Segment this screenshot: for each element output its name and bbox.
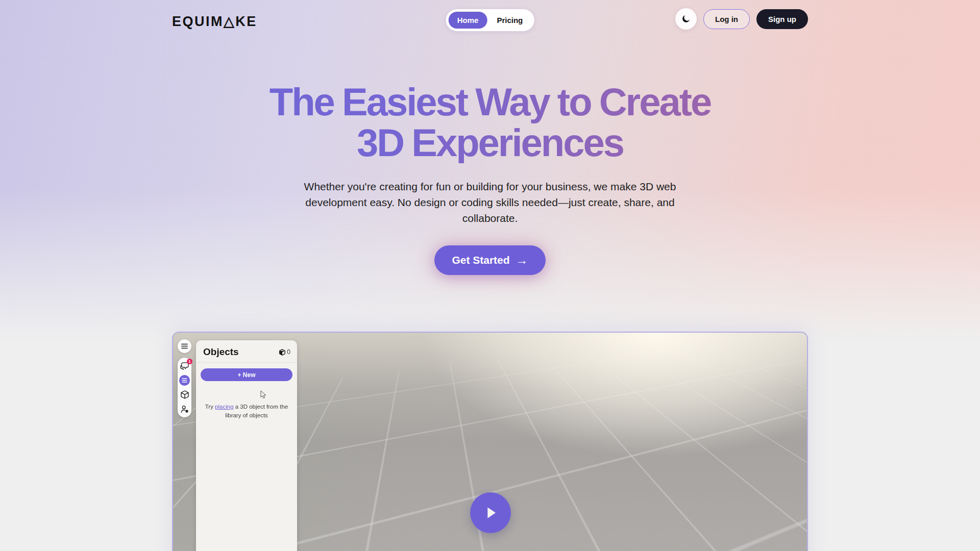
get-started-label: Get Started [452, 254, 509, 266]
hint-prefix: Try [205, 404, 215, 410]
app-preview-window: 1 Objects [172, 332, 808, 551]
objects-panel-header: Objects 0 [196, 340, 297, 363]
objects-panel-title: Objects [203, 346, 239, 358]
objects-panel: Objects 0 + New Try placing a 3D object … [196, 340, 297, 551]
list-icon [182, 378, 187, 383]
hero-title-line1: The Easiest Way to Create [270, 80, 711, 123]
notification-badge: 1 [187, 359, 192, 364]
library-button[interactable] [179, 389, 190, 400]
cube-icon [181, 390, 189, 399]
hamburger-icon [181, 343, 188, 349]
placing-link[interactable]: placing [215, 404, 233, 410]
objects-count: 0 [279, 348, 290, 356]
toolbar-rail: 1 [178, 358, 191, 417]
user-settings-icon [181, 405, 189, 413]
play-icon [482, 504, 499, 521]
new-object-button[interactable]: + New [201, 368, 292, 381]
objects-count-value: 0 [287, 348, 290, 356]
arrow-right-icon: → [516, 254, 528, 266]
hero-title-line2: 3D Experiences [357, 121, 623, 164]
objects-list-button[interactable] [179, 375, 190, 386]
menu-button[interactable] [178, 339, 191, 353]
cube-icon [279, 349, 285, 356]
hint-suffix: a 3D object from the library of objects [225, 404, 288, 418]
user-settings-button[interactable] [179, 404, 190, 414]
hero-title: The Easiest Way to Create3D Experiences [0, 82, 980, 163]
chat-button[interactable]: 1 [179, 361, 190, 371]
hero-description: Whether you're creating for fun or build… [293, 179, 687, 226]
hero-section: The Easiest Way to Create3D Experiences … [0, 0, 980, 275]
objects-hint: Try placing a 3D object from the library… [203, 403, 290, 419]
play-button[interactable] [470, 492, 511, 533]
get-started-button[interactable]: Get Started → [434, 245, 545, 275]
